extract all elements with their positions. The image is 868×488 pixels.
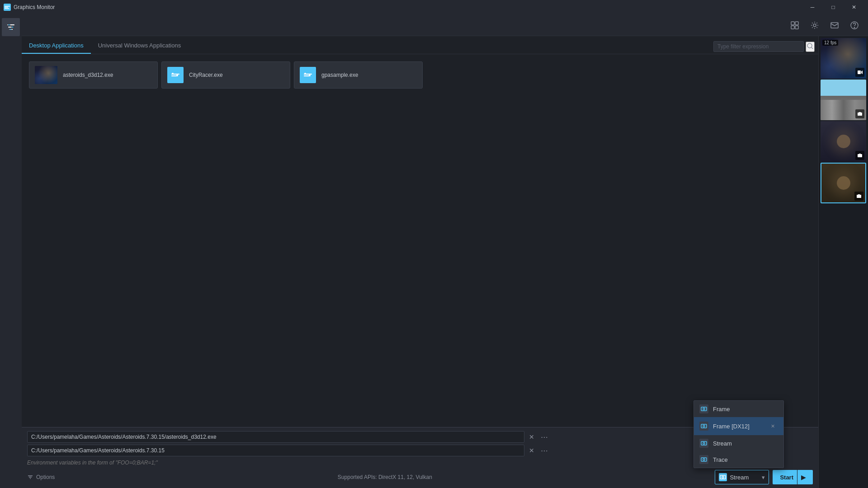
thumbnail-asteroids[interactable]: 12 fps xyxy=(821,38,866,79)
svg-rect-1 xyxy=(5,6,10,7)
camera-icon-city xyxy=(855,109,864,118)
app-name-cityracer: CityRacer.exe xyxy=(189,72,223,78)
options-button[interactable]: Options xyxy=(27,474,55,480)
svg-rect-15 xyxy=(831,23,838,28)
start-button[interactable]: Start ▶ xyxy=(773,470,813,484)
app-icon-gpasample xyxy=(300,67,316,83)
app-name-asteroids: asteroids_d3d12.exe xyxy=(63,72,113,78)
path1-more-button[interactable]: ⋯ xyxy=(539,432,550,442)
video-icon xyxy=(855,68,864,77)
svg-point-39 xyxy=(859,113,861,115)
tab-desktop-applications[interactable]: Desktop Applications xyxy=(22,38,91,54)
mode-dropdown-popup: Frame Frame [DX12] xyxy=(693,400,784,468)
app-icon-cityracer xyxy=(167,67,184,83)
svg-point-9 xyxy=(9,28,11,30)
svg-point-22 xyxy=(176,75,178,76)
help-button[interactable] xyxy=(846,17,863,33)
email-button[interactable] xyxy=(826,17,843,33)
mode-option-frame-dx12[interactable]: Frame [DX12] ✕ xyxy=(694,417,783,435)
svg-point-32 xyxy=(703,442,705,444)
svg-rect-35 xyxy=(720,475,726,479)
svg-point-21 xyxy=(172,73,174,75)
app-card-cityracer[interactable]: CityRacer.exe xyxy=(161,61,290,89)
settings-button[interactable] xyxy=(807,17,823,33)
frame-icon xyxy=(699,404,708,413)
stream-icon xyxy=(699,439,708,448)
env-vars-input[interactable] xyxy=(27,458,538,467)
svg-point-36 xyxy=(722,476,724,478)
svg-rect-10 xyxy=(791,22,794,25)
svg-rect-37 xyxy=(858,70,861,74)
svg-point-7 xyxy=(8,24,10,26)
path2-more-button[interactable]: ⋯ xyxy=(539,445,550,456)
svg-point-26 xyxy=(309,75,311,76)
svg-point-17 xyxy=(854,27,855,28)
svg-point-28 xyxy=(703,408,705,410)
thumbnail-tunnel[interactable] xyxy=(821,121,866,162)
svg-point-25 xyxy=(304,73,306,75)
layout-button[interactable] xyxy=(787,17,803,33)
svg-point-18 xyxy=(807,43,812,48)
svg-point-41 xyxy=(859,155,861,157)
supported-apis-label: Supported APIs: DirectX 11, 12, Vulkan xyxy=(338,474,432,480)
tabs-bar: Desktop Applications Universal Windows A… xyxy=(22,36,818,54)
tab-filter xyxy=(713,41,818,54)
svg-rect-31 xyxy=(701,441,707,445)
svg-point-30 xyxy=(703,425,705,427)
action-area: Frame Frame [DX12] xyxy=(715,470,813,484)
filter-input[interactable] xyxy=(713,41,804,52)
svg-rect-29 xyxy=(701,424,707,428)
svg-rect-3 xyxy=(5,8,9,9)
left-sidebar xyxy=(0,14,22,488)
mode-option-trace[interactable]: Trace xyxy=(694,451,783,468)
thumbnail-cityracer[interactable] xyxy=(821,80,866,120)
frame-dx12-icon xyxy=(699,422,708,431)
thumbnail-tunnel-selected[interactable] xyxy=(821,163,866,203)
svg-rect-20 xyxy=(171,75,177,76)
svg-rect-11 xyxy=(795,22,798,25)
app-grid: asteroids_d3d12.exe CityRacer. xyxy=(22,54,818,427)
mode-option-stream[interactable]: Stream xyxy=(694,435,783,451)
svg-point-34 xyxy=(703,459,705,460)
path1-close-button[interactable]: ✕ xyxy=(526,432,537,442)
window-controls: ─ □ ✕ xyxy=(802,0,864,14)
bottom-panel: ✕ ⋯ ✕ ⋯ xyxy=(22,427,818,488)
svg-rect-24 xyxy=(304,75,309,76)
mode-option-frame[interactable]: Frame xyxy=(694,401,783,417)
camera-icon-tunnel xyxy=(855,151,864,160)
app-name-gpasample: gpasample.exe xyxy=(321,72,358,78)
chevron-down-icon: ▾ xyxy=(762,474,765,481)
svg-rect-27 xyxy=(701,407,707,411)
svg-rect-12 xyxy=(791,26,794,29)
app-title: Graphics Monitor xyxy=(14,4,799,10)
search-button[interactable] xyxy=(806,42,815,52)
svg-rect-33 xyxy=(701,458,707,461)
svg-rect-13 xyxy=(795,26,798,29)
mode-selector[interactable]: Stream ▾ xyxy=(715,470,769,484)
svg-point-14 xyxy=(813,24,816,27)
right-sidebar: 12 fps xyxy=(818,36,868,488)
sidebar-filter-button[interactable] xyxy=(2,18,20,36)
path2-close-button[interactable]: ✕ xyxy=(526,445,537,456)
top-toolbar xyxy=(22,14,868,36)
content-area: Desktop Applications Universal Windows A… xyxy=(22,36,818,488)
svg-point-8 xyxy=(12,26,14,28)
svg-rect-2 xyxy=(5,7,8,8)
camera-icon-tunnel2 xyxy=(854,192,863,201)
app-card-gpasample[interactable]: gpasample.exe xyxy=(294,61,423,89)
mode-icon xyxy=(719,473,727,481)
app-card-asteroids[interactable]: asteroids_d3d12.exe xyxy=(29,61,158,89)
tab-universal-windows[interactable]: Universal Windows Applications xyxy=(91,38,189,54)
executable-path-input[interactable] xyxy=(27,431,524,443)
maximize-button[interactable]: □ xyxy=(823,0,844,14)
close-button[interactable]: ✕ xyxy=(844,0,864,14)
start-arrow-icon: ▶ xyxy=(797,470,806,484)
trace-icon xyxy=(699,455,708,464)
bottom-footer: Options Supported APIs: DirectX 11, 12, … xyxy=(27,470,813,484)
minimize-button[interactable]: ─ xyxy=(802,0,823,14)
app-thumb-asteroids xyxy=(35,66,57,84)
working-dir-input[interactable] xyxy=(27,445,524,456)
titlebar: Graphics Monitor ─ □ ✕ xyxy=(0,0,868,14)
fps-badge: 12 fps xyxy=(822,40,838,46)
frame-dx12-close-button[interactable]: ✕ xyxy=(767,421,778,432)
